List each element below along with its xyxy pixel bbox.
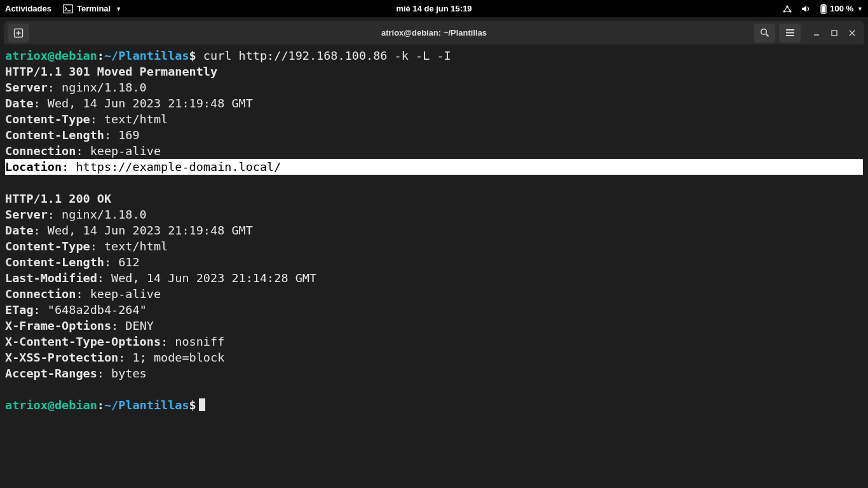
header-value: : DENY bbox=[111, 319, 154, 332]
terminal-window: atriox@debian: ~/Plantillas atriox@de bbox=[4, 21, 864, 484]
new-tab-button[interactable] bbox=[8, 24, 29, 43]
window-titlebar: atriox@debian: ~/Plantillas bbox=[4, 21, 864, 45]
prompt: atriox@debian:~/Plantillas$ bbox=[5, 398, 196, 412]
header-key: X-XSS-Protection bbox=[5, 351, 118, 364]
http-status-line: HTTP/1.1 200 OK bbox=[5, 192, 111, 205]
header-value: : nosniff bbox=[161, 335, 224, 348]
terminal-icon bbox=[63, 4, 73, 13]
header-key: Content-Length bbox=[5, 255, 104, 269]
svg-rect-0 bbox=[63, 4, 72, 13]
header-key: Connection bbox=[5, 287, 76, 301]
prompt-user-host: atriox@debian bbox=[5, 49, 97, 62]
highlighted-location-header: Location: https://example-domain.local/ bbox=[5, 159, 863, 175]
prompt-colon: : bbox=[97, 49, 104, 62]
chevron-down-icon: ▼ bbox=[857, 6, 863, 12]
header-key: Content-Length bbox=[5, 128, 104, 142]
prompt-dollar: $ bbox=[189, 49, 196, 62]
prompt-path: ~/Plantillas bbox=[104, 398, 189, 412]
header-key: ETag bbox=[5, 303, 34, 316]
header-key: Content-Type bbox=[5, 112, 90, 126]
network-icon bbox=[782, 4, 792, 13]
gnome-top-bar: Actividades Terminal ▼ mié 14 de jun 15:… bbox=[0, 0, 868, 17]
header-value: : https://example-domain.local/ bbox=[62, 160, 281, 173]
header-key: X-Frame-Options bbox=[5, 319, 111, 332]
search-button[interactable] bbox=[754, 24, 775, 43]
maximize-button[interactable] bbox=[831, 30, 837, 36]
battery-percent: 100 % bbox=[830, 4, 853, 13]
prompt-colon: : bbox=[97, 398, 104, 412]
header-key: Accept-Ranges bbox=[5, 367, 97, 380]
header-value: : text/html bbox=[90, 240, 168, 253]
header-value: : "648a2db4-264" bbox=[34, 303, 147, 316]
volume-icon bbox=[801, 4, 811, 13]
header-key: Date bbox=[5, 97, 34, 110]
app-menu[interactable]: Terminal ▼ bbox=[63, 4, 121, 13]
header-value: : Wed, 14 Jun 2023 21:14:28 GMT bbox=[97, 271, 316, 285]
header-key: Server bbox=[5, 81, 48, 94]
window-title: atriox@debian: ~/Plantillas bbox=[381, 28, 487, 37]
system-tray[interactable]: 100 % ▼ bbox=[782, 4, 863, 14]
header-value: : 169 bbox=[104, 128, 140, 142]
header-value: : Wed, 14 Jun 2023 21:19:48 GMT bbox=[34, 224, 253, 237]
header-value: : keep-alive bbox=[76, 144, 161, 158]
svg-point-11 bbox=[761, 29, 766, 35]
command-text: curl http://192.168.100.86 -k -L -I bbox=[196, 49, 451, 62]
prompt-user-host: atriox@debian bbox=[5, 398, 97, 412]
header-key: X-Content-Type-Options bbox=[5, 335, 161, 348]
header-value: : text/html bbox=[90, 112, 168, 126]
svg-rect-7 bbox=[822, 6, 825, 12]
header-key: Connection bbox=[5, 144, 76, 158]
prompt-path: ~/Plantillas bbox=[104, 49, 189, 62]
header-value: : bytes bbox=[97, 367, 147, 380]
minimize-button[interactable] bbox=[813, 30, 820, 36]
terminal-viewport[interactable]: atriox@debian:~/Plantillas$ curl http://… bbox=[4, 45, 864, 484]
header-key: Last-Modified bbox=[5, 271, 97, 285]
header-key: Date bbox=[5, 224, 34, 237]
header-key: Server bbox=[5, 208, 48, 221]
svg-rect-17 bbox=[832, 30, 837, 36]
prompt: atriox@debian:~/Plantillas$ bbox=[5, 49, 196, 62]
clock[interactable]: mié 14 de jun 15:19 bbox=[396, 4, 471, 13]
http-status-line: HTTP/1.1 301 Moved Permanently bbox=[5, 65, 217, 78]
svg-line-12 bbox=[766, 34, 768, 37]
header-value: : nginx/1.18.0 bbox=[48, 208, 147, 221]
header-value: : 612 bbox=[104, 255, 140, 269]
terminal-cursor bbox=[199, 398, 205, 411]
header-key: Location bbox=[5, 160, 62, 173]
battery-icon bbox=[820, 4, 827, 14]
activities-button[interactable]: Actividades bbox=[5, 4, 51, 13]
prompt-dollar: $ bbox=[189, 398, 196, 412]
chevron-down-icon: ▼ bbox=[116, 6, 121, 12]
header-value: : keep-alive bbox=[76, 287, 161, 301]
header-value: : Wed, 14 Jun 2023 21:19:48 GMT bbox=[34, 97, 253, 110]
svg-rect-6 bbox=[823, 4, 825, 5]
header-value: : nginx/1.18.0 bbox=[48, 81, 147, 94]
header-key: Content-Type bbox=[5, 240, 90, 253]
header-value: : 1; mode=block bbox=[118, 351, 224, 364]
close-button[interactable] bbox=[849, 30, 855, 36]
hamburger-menu-button[interactable] bbox=[779, 24, 801, 43]
app-menu-label: Terminal bbox=[77, 4, 111, 13]
